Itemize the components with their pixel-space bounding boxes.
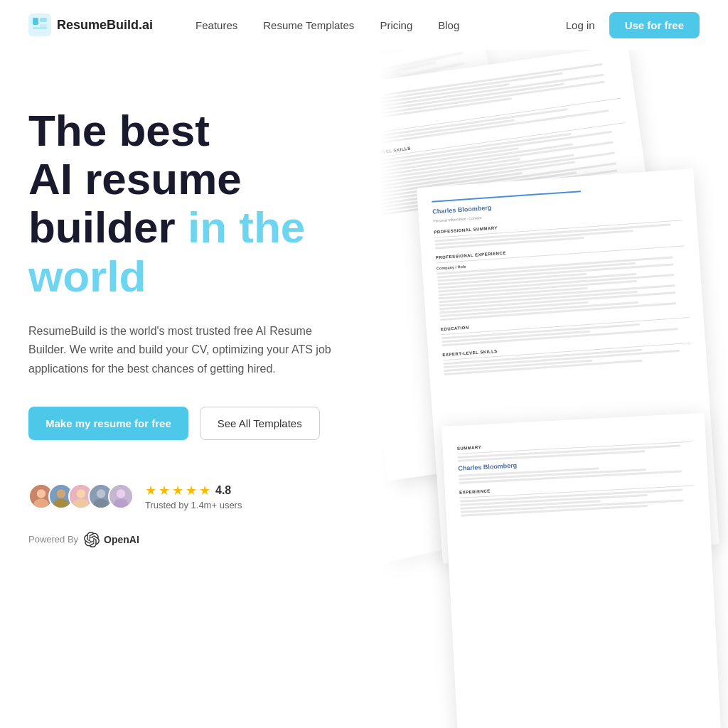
- navbar: ResumeBuild.ai Features Resume Templates…: [0, 0, 728, 50]
- user-avatars: [28, 483, 134, 509]
- hero-title: The best AI resume builder in the world: [28, 107, 334, 301]
- gradient-overlay: [337, 50, 408, 728]
- openai-text: OpenAI: [104, 534, 139, 545]
- rating-block: ★ ★ ★ ★ ★ 4.8 Trusted by 1.4m+ users: [145, 483, 242, 510]
- powered-by: Powered By OpenAI: [28, 532, 334, 547]
- svg-rect-4: [33, 27, 47, 29]
- logo-text: ResumeBuild.ai: [57, 18, 153, 33]
- login-button[interactable]: Log in: [566, 19, 595, 31]
- avatar-5: [108, 483, 134, 509]
- star-1: ★: [145, 483, 156, 498]
- nav-link-pricing[interactable]: Pricing: [380, 19, 412, 31]
- nav-link-blog[interactable]: Blog: [438, 19, 459, 31]
- powered-label: Powered By: [28, 534, 78, 545]
- openai-icon: [84, 532, 100, 547]
- use-free-button[interactable]: Use for free: [609, 12, 700, 38]
- svg-rect-1: [33, 18, 38, 25]
- star-4: ★: [186, 483, 197, 498]
- social-proof: ★ ★ ★ ★ ★ 4.8 Trusted by 1.4m+ users: [28, 483, 334, 510]
- svg-point-15: [97, 490, 105, 498]
- hero-left: The best AI resume builder in the world …: [0, 50, 363, 728]
- rating-number: 4.8: [215, 484, 231, 497]
- make-resume-button[interactable]: Make my resume for free: [28, 407, 188, 440]
- trusted-text: Trusted by 1.4m+ users: [145, 500, 242, 510]
- nav-link-features[interactable]: Features: [196, 19, 237, 31]
- svg-point-9: [57, 490, 65, 498]
- svg-rect-2: [40, 18, 47, 22]
- hero-description: ResumeBuild is the world's most trusted …: [28, 322, 334, 378]
- star-5: ★: [199, 483, 210, 498]
- svg-rect-3: [40, 24, 47, 27]
- svg-point-12: [77, 490, 85, 498]
- hero-section: The best AI resume builder in the world …: [0, 50, 728, 728]
- see-templates-button[interactable]: See All Templates: [200, 407, 320, 440]
- logo-icon: [28, 14, 51, 36]
- nav-right: Log in Use for free: [566, 12, 700, 38]
- star-2: ★: [159, 483, 170, 498]
- hero-right: EDUCATION EXPERT-LEVEL SKILLS: [337, 50, 728, 728]
- openai-badge: OpenAI: [84, 532, 139, 547]
- star-3: ★: [172, 483, 183, 498]
- resume-preview: EDUCATION EXPERT-LEVEL SKILLS: [337, 50, 728, 728]
- star-rating: ★ ★ ★ ★ ★ 4.8: [145, 483, 242, 498]
- svg-point-18: [117, 490, 125, 498]
- hero-buttons: Make my resume for free See All Template…: [28, 407, 334, 440]
- logo[interactable]: ResumeBuild.ai: [28, 14, 153, 36]
- nav-link-templates[interactable]: Resume Templates: [263, 19, 354, 31]
- nav-links: Features Resume Templates Pricing Blog: [196, 19, 566, 31]
- svg-point-6: [37, 490, 46, 498]
- resume-page-bottom: SUMMARY Charles Bloomberg EXPERIENCE: [441, 413, 723, 728]
